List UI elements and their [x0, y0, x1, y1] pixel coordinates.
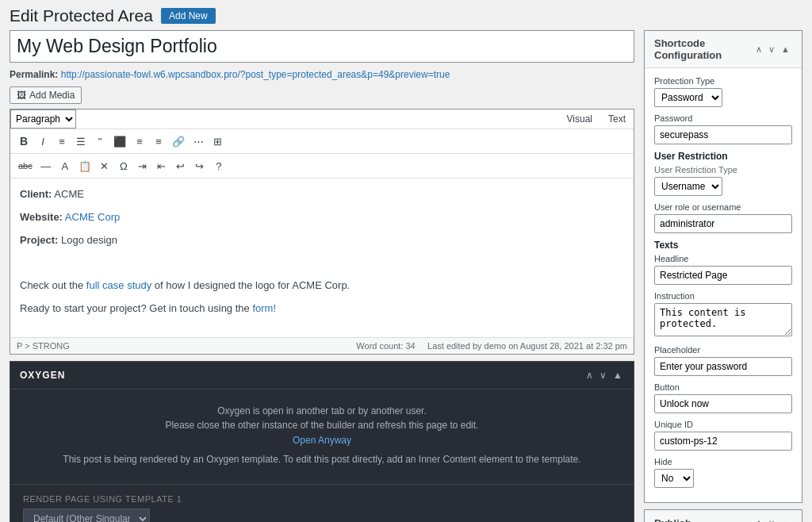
- sidebar: Shortcode Configuration ∧ ∨ ▲ Protection…: [644, 30, 802, 522]
- align-center-button[interactable]: ≡: [131, 132, 148, 150]
- content-website: Website: ACME Corp: [20, 209, 624, 226]
- oxygen-msg2: Please close the other instance of the b…: [26, 420, 618, 431]
- outdent-button[interactable]: ⇤: [153, 157, 170, 175]
- oxygen-expand-btn[interactable]: ∨: [598, 368, 608, 382]
- page-title: Edit Protected Area: [10, 6, 153, 25]
- ordered-list-button[interactable]: ☰: [72, 132, 90, 150]
- publish-collapse-btn[interactable]: ∧: [753, 516, 764, 522]
- post-title-input[interactable]: [17, 36, 627, 57]
- italic-button[interactable]: I: [34, 132, 52, 150]
- instruction-label: Instruction: [654, 291, 792, 301]
- add-new-button[interactable]: Add New: [161, 8, 216, 24]
- config-expand-btn[interactable]: ∨: [766, 43, 777, 56]
- format-select[interactable]: Paragraph Heading 1 Heading 2: [10, 109, 76, 129]
- password-input[interactable]: [654, 125, 792, 144]
- editor-content[interactable]: Client: ACME Website: ACME Corp Project:…: [10, 178, 634, 337]
- publish-expand-btn[interactable]: ∨: [766, 516, 777, 522]
- last-edited: Last edited by demo on August 28, 2021 a…: [427, 341, 627, 351]
- form-link[interactable]: form!: [252, 302, 276, 314]
- special-char-button[interactable]: Ω: [115, 157, 132, 175]
- hr-button[interactable]: —: [37, 157, 55, 175]
- fullscreen-button[interactable]: ⊞: [209, 132, 226, 150]
- page-header: Edit Protected Area Add New: [0, 0, 812, 30]
- paste-button[interactable]: 📋: [75, 157, 94, 175]
- render-index: 1: [177, 494, 182, 504]
- user-restriction-type-select[interactable]: Username Role Email: [654, 177, 722, 196]
- user-role-input[interactable]: [654, 214, 792, 233]
- align-right-button[interactable]: ≡: [150, 132, 167, 150]
- post-title-box: [10, 30, 634, 63]
- button-group: Button: [654, 382, 792, 413]
- permalink-label: Permalink:: [10, 69, 58, 80]
- text-color-button[interactable]: A: [56, 157, 74, 175]
- strikethrough-button[interactable]: abc: [15, 157, 36, 175]
- editor-box: Paragraph Heading 1 Heading 2 Visual Tex…: [10, 109, 634, 355]
- permalink-link[interactable]: http://passionate-fowl.w6.wpcsandbox.pro…: [61, 69, 450, 80]
- tab-text[interactable]: Text: [600, 110, 634, 128]
- content-cta: Ready to start your project? Get in touc…: [20, 301, 624, 317]
- help-button[interactable]: ?: [210, 157, 228, 175]
- hide-select[interactable]: No Yes: [654, 469, 694, 488]
- oxygen-open-anyway[interactable]: Open Anyway: [293, 435, 351, 446]
- editor-tabs: Paragraph Heading 1 Heading 2 Visual Tex…: [10, 109, 634, 129]
- oxygen-close-btn[interactable]: ▲: [611, 368, 624, 382]
- case-study-link[interactable]: full case study: [86, 279, 151, 291]
- oxygen-render: RENDER PAGE USING TEMPLATE 1 Default (Ot…: [10, 484, 634, 522]
- button-input[interactable]: [654, 394, 792, 413]
- placeholder-input[interactable]: [654, 357, 792, 376]
- unique-id-input[interactable]: [654, 432, 792, 451]
- toolbar-row-2: abc — A 📋 ✕ Ω ⇥ ⇤ ↩ ↪ ?: [10, 154, 634, 178]
- tab-visual[interactable]: Visual: [559, 110, 600, 128]
- hide-group: Hide No Yes: [654, 457, 792, 488]
- config-close-btn[interactable]: ▲: [779, 43, 792, 56]
- link-button[interactable]: 🔗: [169, 132, 188, 150]
- acme-link[interactable]: ACME Corp: [65, 211, 120, 223]
- oxygen-controls: ∧ ∨ ▲: [584, 368, 624, 382]
- indent-button[interactable]: ⇥: [134, 157, 151, 175]
- protection-type-label: Protection Type: [654, 76, 792, 86]
- oxygen-collapse-btn[interactable]: ∧: [584, 368, 595, 382]
- oxygen-template-select[interactable]: Default (Other Singular): [23, 509, 150, 522]
- hide-label: Hide: [654, 457, 792, 466]
- password-group: Password: [654, 113, 792, 144]
- editor-footer: P > STRONG Word count: 34 Last edited by…: [10, 337, 634, 354]
- publish-panel-title: Publish: [654, 517, 691, 522]
- word-count-label: Word count:: [356, 341, 403, 351]
- oxygen-msg1: Oxygen is open in another tab or by anot…: [26, 405, 618, 416]
- clear-format-button[interactable]: ✕: [96, 157, 113, 175]
- user-role-label: User role or username: [654, 202, 792, 212]
- content-spacer: [20, 255, 624, 271]
- blockquote-button[interactable]: ": [91, 132, 109, 150]
- placeholder-label: Placeholder: [654, 345, 792, 355]
- undo-button[interactable]: ↩: [172, 157, 190, 175]
- oxygen-body: Oxygen is open in another tab or by anot…: [10, 390, 634, 484]
- publish-close-btn[interactable]: ▲: [779, 516, 792, 522]
- add-media-button[interactable]: 🖼 Add Media: [10, 86, 82, 104]
- config-collapse-btn[interactable]: ∧: [753, 43, 764, 56]
- more-button[interactable]: ⋯: [190, 132, 207, 150]
- unordered-list-button[interactable]: ≡: [53, 132, 71, 150]
- headline-label: Headline: [654, 254, 792, 263]
- permalink-row: Permalink: http://passionate-fowl.w6.wpc…: [10, 69, 634, 80]
- main-layout: Permalink: http://passionate-fowl.w6.wpc…: [0, 30, 812, 522]
- button-label: Button: [654, 382, 792, 392]
- placeholder-group: Placeholder: [654, 345, 792, 376]
- align-left-button[interactable]: ⬛: [110, 132, 129, 150]
- protection-type-select[interactable]: Password Username Role: [654, 88, 722, 107]
- headline-input[interactable]: [654, 266, 792, 285]
- oxygen-section: OXYGEN ∧ ∨ ▲ Oxygen is open in another t…: [10, 361, 634, 522]
- redo-button[interactable]: ↪: [191, 157, 209, 175]
- editor-tabs-left: Paragraph Heading 1 Heading 2: [10, 109, 76, 129]
- instruction-group: Instruction This content is protected.: [654, 291, 792, 339]
- instruction-textarea[interactable]: This content is protected.: [654, 303, 792, 336]
- bold-button[interactable]: B: [15, 132, 33, 150]
- add-media-label: Add Media: [29, 90, 75, 101]
- content-casestudy: Check out the full case study of how I d…: [20, 278, 624, 294]
- texts-section-title: Texts: [654, 240, 792, 251]
- user-role-group: User role or username: [654, 202, 792, 233]
- content-area: Permalink: http://passionate-fowl.w6.wpc…: [10, 30, 634, 522]
- protection-type-row: Password Username Role: [654, 88, 792, 107]
- oxygen-render-label: RENDER PAGE USING TEMPLATE 1: [23, 494, 621, 504]
- shortcode-config-body: Protection Type Password Username Role P: [645, 68, 802, 502]
- shortcode-config-title: Shortcode Configuration: [654, 37, 753, 61]
